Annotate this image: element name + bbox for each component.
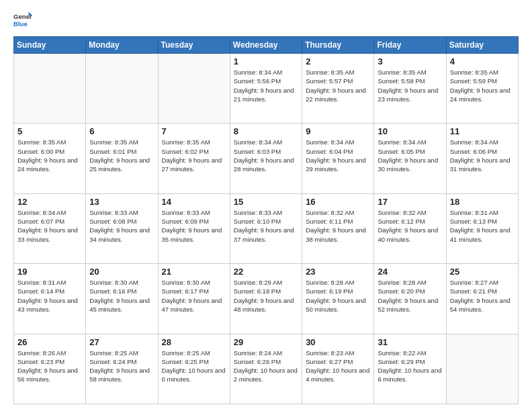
day-info: Sunrise: 8:35 AM Sunset: 5:58 PM Dayligh… — [378, 68, 442, 103]
calendar-cell: 9Sunrise: 8:34 AM Sunset: 6:04 PM Daylig… — [302, 124, 374, 193]
weekday-header-wednesday: Wednesday — [230, 37, 302, 54]
day-number: 22 — [234, 267, 298, 277]
calendar-cell: 11Sunrise: 8:34 AM Sunset: 6:06 PM Dayli… — [446, 124, 518, 193]
day-number: 19 — [17, 267, 82, 277]
calendar-cell: 24Sunrise: 8:28 AM Sunset: 6:20 PM Dayli… — [374, 264, 446, 334]
day-number: 6 — [89, 126, 154, 136]
day-number: 9 — [306, 126, 370, 136]
day-info: Sunrise: 8:31 AM Sunset: 6:14 PM Dayligh… — [17, 278, 82, 314]
week-row-4: 26Sunrise: 8:26 AM Sunset: 6:23 PM Dayli… — [14, 334, 519, 404]
weekday-header-sunday: Sunday — [14, 37, 86, 54]
calendar-cell: 25Sunrise: 8:27 AM Sunset: 6:21 PM Dayli… — [446, 264, 518, 334]
day-info: Sunrise: 8:34 AM Sunset: 6:06 PM Dayligh… — [450, 138, 515, 173]
calendar-cell: 16Sunrise: 8:32 AM Sunset: 6:11 PM Dayli… — [302, 193, 374, 263]
day-info: Sunrise: 8:32 AM Sunset: 6:12 PM Dayligh… — [378, 208, 442, 244]
day-info: Sunrise: 8:29 AM Sunset: 6:18 PM Dayligh… — [234, 278, 298, 314]
calendar-cell: 1Sunrise: 8:34 AM Sunset: 5:56 PM Daylig… — [230, 54, 302, 124]
day-number: 25 — [450, 267, 515, 277]
day-info: Sunrise: 8:23 AM Sunset: 6:27 PM Dayligh… — [306, 349, 370, 384]
calendar-cell: 27Sunrise: 8:25 AM Sunset: 6:24 PM Dayli… — [86, 334, 158, 404]
day-number: 12 — [17, 197, 82, 207]
calendar-cell: 23Sunrise: 8:28 AM Sunset: 6:19 PM Dayli… — [302, 264, 374, 334]
calendar-cell: 30Sunrise: 8:23 AM Sunset: 6:27 PM Dayli… — [302, 334, 374, 404]
day-number: 10 — [378, 126, 442, 136]
day-number: 27 — [89, 337, 154, 347]
day-number: 2 — [306, 56, 370, 66]
logo-icon: General Blue — [13, 11, 32, 30]
calendar-cell: 5Sunrise: 8:35 AM Sunset: 6:00 PM Daylig… — [14, 124, 86, 193]
day-info: Sunrise: 8:28 AM Sunset: 6:19 PM Dayligh… — [306, 278, 370, 314]
day-info: Sunrise: 8:35 AM Sunset: 5:57 PM Dayligh… — [306, 68, 370, 103]
calendar-cell: 28Sunrise: 8:25 AM Sunset: 6:25 PM Dayli… — [158, 334, 230, 404]
calendar-cell: 20Sunrise: 8:30 AM Sunset: 6:16 PM Dayli… — [86, 264, 158, 334]
day-info: Sunrise: 8:34 AM Sunset: 6:05 PM Dayligh… — [378, 138, 442, 173]
day-info: Sunrise: 8:22 AM Sunset: 6:29 PM Dayligh… — [378, 349, 442, 384]
day-info: Sunrise: 8:30 AM Sunset: 6:16 PM Dayligh… — [89, 278, 154, 314]
calendar-table: SundayMondayTuesdayWednesdayThursdayFrid… — [13, 36, 519, 404]
day-info: Sunrise: 8:35 AM Sunset: 6:02 PM Dayligh… — [162, 138, 226, 173]
day-number: 5 — [17, 126, 82, 136]
day-info: Sunrise: 8:34 AM Sunset: 5:56 PM Dayligh… — [234, 68, 298, 103]
day-info: Sunrise: 8:35 AM Sunset: 6:00 PM Dayligh… — [17, 138, 82, 173]
calendar-cell: 13Sunrise: 8:33 AM Sunset: 6:08 PM Dayli… — [86, 193, 158, 263]
calendar-page: General Blue SundayMondayTuesdayWednesda… — [0, 0, 532, 411]
weekday-header-saturday: Saturday — [446, 37, 518, 54]
calendar-cell: 29Sunrise: 8:24 AM Sunset: 6:26 PM Dayli… — [230, 334, 302, 404]
day-number: 3 — [378, 56, 442, 66]
calendar-cell: 19Sunrise: 8:31 AM Sunset: 6:14 PM Dayli… — [14, 264, 86, 334]
week-row-3: 19Sunrise: 8:31 AM Sunset: 6:14 PM Dayli… — [14, 264, 519, 334]
svg-text:Blue: Blue — [13, 20, 28, 28]
day-info: Sunrise: 8:26 AM Sunset: 6:23 PM Dayligh… — [17, 349, 82, 384]
day-number: 7 — [162, 126, 226, 136]
calendar-cell: 14Sunrise: 8:33 AM Sunset: 6:09 PM Dayli… — [158, 193, 230, 263]
calendar-cell: 18Sunrise: 8:31 AM Sunset: 6:13 PM Dayli… — [446, 193, 518, 263]
day-info: Sunrise: 8:27 AM Sunset: 6:21 PM Dayligh… — [450, 278, 515, 314]
day-number: 30 — [306, 337, 370, 347]
calendar-cell: 2Sunrise: 8:35 AM Sunset: 5:57 PM Daylig… — [302, 54, 374, 124]
weekday-header-friday: Friday — [374, 37, 446, 54]
calendar-cell — [446, 334, 518, 404]
calendar-cell: 10Sunrise: 8:34 AM Sunset: 6:05 PM Dayli… — [374, 124, 446, 193]
week-row-2: 12Sunrise: 8:34 AM Sunset: 6:07 PM Dayli… — [14, 193, 519, 263]
day-info: Sunrise: 8:25 AM Sunset: 6:25 PM Dayligh… — [162, 349, 226, 384]
calendar-cell: 8Sunrise: 8:34 AM Sunset: 6:03 PM Daylig… — [230, 124, 302, 193]
day-info: Sunrise: 8:33 AM Sunset: 6:10 PM Dayligh… — [234, 208, 298, 244]
day-number: 11 — [450, 126, 515, 136]
day-info: Sunrise: 8:24 AM Sunset: 6:26 PM Dayligh… — [234, 349, 298, 384]
calendar-cell: 26Sunrise: 8:26 AM Sunset: 6:23 PM Dayli… — [14, 334, 86, 404]
day-number: 4 — [450, 56, 515, 66]
header: General Blue — [13, 11, 519, 30]
day-number: 26 — [17, 337, 82, 347]
day-number: 1 — [234, 56, 298, 66]
day-number: 18 — [450, 197, 515, 207]
calendar-cell: 15Sunrise: 8:33 AM Sunset: 6:10 PM Dayli… — [230, 193, 302, 263]
day-info: Sunrise: 8:33 AM Sunset: 6:08 PM Dayligh… — [89, 208, 154, 244]
day-number: 17 — [378, 197, 442, 207]
day-info: Sunrise: 8:34 AM Sunset: 6:04 PM Dayligh… — [306, 138, 370, 173]
logo: General Blue — [13, 11, 35, 30]
day-number: 16 — [306, 197, 370, 207]
day-info: Sunrise: 8:25 AM Sunset: 6:24 PM Dayligh… — [89, 349, 154, 384]
calendar-cell: 12Sunrise: 8:34 AM Sunset: 6:07 PM Dayli… — [14, 193, 86, 263]
calendar-cell: 31Sunrise: 8:22 AM Sunset: 6:29 PM Dayli… — [374, 334, 446, 404]
day-info: Sunrise: 8:31 AM Sunset: 6:13 PM Dayligh… — [450, 208, 515, 244]
weekday-header-tuesday: Tuesday — [158, 37, 230, 54]
calendar-cell: 21Sunrise: 8:30 AM Sunset: 6:17 PM Dayli… — [158, 264, 230, 334]
calendar-cell: 22Sunrise: 8:29 AM Sunset: 6:18 PM Dayli… — [230, 264, 302, 334]
day-number: 31 — [378, 337, 442, 347]
day-number: 28 — [162, 337, 226, 347]
calendar-cell: 17Sunrise: 8:32 AM Sunset: 6:12 PM Dayli… — [374, 193, 446, 263]
day-info: Sunrise: 8:34 AM Sunset: 6:03 PM Dayligh… — [234, 138, 298, 173]
day-info: Sunrise: 8:32 AM Sunset: 6:11 PM Dayligh… — [306, 208, 370, 244]
weekday-header-row: SundayMondayTuesdayWednesdayThursdayFrid… — [14, 37, 519, 54]
weekday-header-thursday: Thursday — [302, 37, 374, 54]
day-number: 23 — [306, 267, 370, 277]
day-number: 20 — [89, 267, 154, 277]
day-info: Sunrise: 8:35 AM Sunset: 6:01 PM Dayligh… — [89, 138, 154, 173]
calendar-cell — [158, 54, 230, 124]
day-info: Sunrise: 8:33 AM Sunset: 6:09 PM Dayligh… — [162, 208, 226, 244]
day-number: 13 — [89, 197, 154, 207]
day-number: 8 — [234, 126, 298, 136]
week-row-0: 1Sunrise: 8:34 AM Sunset: 5:56 PM Daylig… — [14, 54, 519, 124]
day-info: Sunrise: 8:35 AM Sunset: 5:59 PM Dayligh… — [450, 68, 515, 103]
